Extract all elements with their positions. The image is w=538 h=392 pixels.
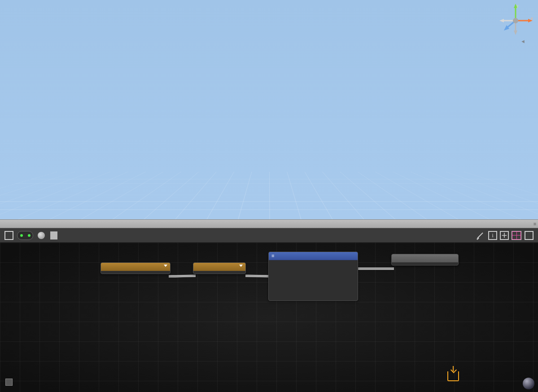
projection-label[interactable] (521, 39, 525, 44)
cleanup-icon[interactable] (475, 231, 486, 240)
dropdown-icon[interactable] (164, 265, 167, 267)
texture-preview[interactable] (275, 261, 315, 300)
menu-icon[interactable]: ≡ (271, 253, 274, 258)
shader-label-overlay (5, 378, 15, 389)
info-icon[interactable]: i (488, 231, 497, 240)
svg-marker-9 (514, 30, 517, 35)
material-label-overlay (519, 378, 534, 389)
node-header[interactable] (392, 254, 458, 262)
tab-menu-icon[interactable]: ≡ (532, 221, 538, 226)
axis-gizmo[interactable]: y x (498, 3, 534, 39)
shader-box-icon (5, 379, 13, 386)
grid-icon[interactable] (512, 231, 521, 240)
node-graph-canvas[interactable]: ≡ (0, 243, 538, 392)
dropdown-icon[interactable] (239, 265, 243, 267)
node-header[interactable] (193, 263, 245, 271)
svg-marker-7 (499, 19, 504, 22)
toolbar-box-right[interactable] (525, 231, 534, 240)
save-icon[interactable] (447, 371, 459, 381)
add-icon[interactable]: + (500, 231, 509, 240)
node-texture-coordinates[interactable] (101, 262, 171, 274)
axis-y-label: y (516, 4, 519, 8)
material-sphere-icon (523, 378, 534, 389)
toolbar-box-left[interactable] (4, 231, 13, 240)
preview-sphere-icon[interactable] (38, 232, 45, 239)
axis-x-label: x (531, 16, 533, 21)
live-toggle[interactable] (17, 231, 33, 240)
node-header[interactable] (101, 263, 170, 271)
node-header[interactable]: ≡ (269, 252, 358, 259)
shader-editor-toolbar: i + (0, 228, 538, 243)
node-texture-sample[interactable]: ≡ (268, 252, 358, 301)
node-panner[interactable] (193, 262, 246, 274)
node-output-master[interactable] (391, 254, 459, 266)
textured-plane (190, 125, 347, 186)
scene-viewport[interactable]: y x (0, 0, 538, 219)
svg-point-10 (513, 18, 518, 23)
doc-icon[interactable] (50, 231, 57, 240)
tab-strip: ≡ (0, 219, 538, 228)
